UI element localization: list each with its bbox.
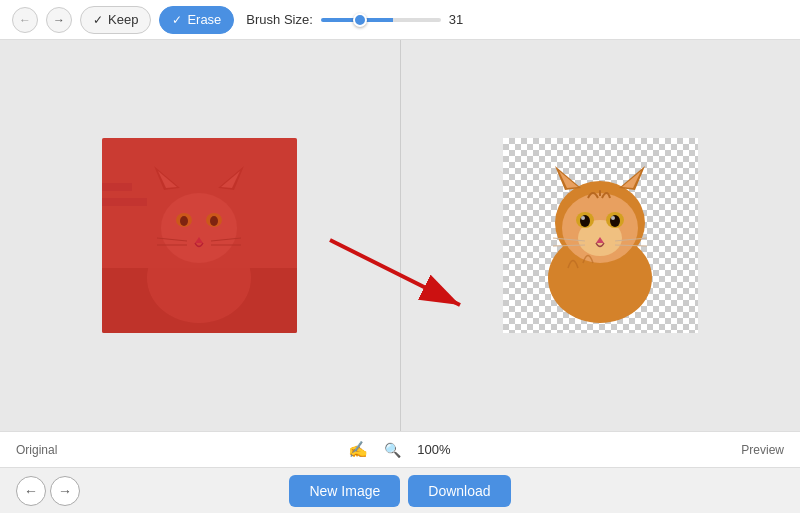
brush-size-label: Brush Size: <box>246 12 312 27</box>
status-bar: Original ✍ 🔍 100% Preview <box>0 431 800 467</box>
svg-rect-18 <box>102 138 297 333</box>
zoom-icon[interactable]: 🔍 <box>384 442 401 458</box>
keep-label: Keep <box>108 12 138 27</box>
status-center: ✍ 🔍 100% <box>57 440 741 459</box>
erase-check-icon: ✓ <box>172 13 182 27</box>
brush-value: 31 <box>449 12 473 27</box>
svg-rect-20 <box>102 198 147 206</box>
new-image-button[interactable]: New Image <box>289 475 400 507</box>
svg-point-36 <box>611 216 615 220</box>
preview-panel[interactable] <box>401 40 801 431</box>
nav-arrows: ← → <box>16 476 80 506</box>
svg-rect-19 <box>102 183 132 191</box>
original-panel[interactable] <box>0 40 401 431</box>
preview-label: Preview <box>741 443 784 457</box>
action-bar: ← → New Image Download <box>0 467 800 513</box>
preview-cat-image <box>503 138 698 333</box>
undo-button[interactable]: ← <box>12 7 38 33</box>
erase-tool-button[interactable]: ✓ Erase <box>159 6 234 34</box>
keep-tool-button[interactable]: ✓ Keep <box>80 6 151 34</box>
original-label: Original <box>16 443 57 457</box>
main-area <box>0 40 800 431</box>
zoom-level: 100% <box>417 442 450 457</box>
download-button[interactable]: Download <box>408 475 510 507</box>
redo-button[interactable]: → <box>46 7 72 33</box>
svg-point-35 <box>581 216 585 220</box>
next-button[interactable]: → <box>50 476 80 506</box>
original-cat-image <box>102 138 297 333</box>
brush-slider[interactable] <box>321 18 441 22</box>
toolbar: ← → ✓ Keep ✓ Erase Brush Size: 31 <box>0 0 800 40</box>
erase-label: Erase <box>187 12 221 27</box>
hand-icon[interactable]: ✍ <box>348 440 368 459</box>
check-icon: ✓ <box>93 13 103 27</box>
prev-button[interactable]: ← <box>16 476 46 506</box>
brush-size-control: 31 <box>321 12 473 27</box>
